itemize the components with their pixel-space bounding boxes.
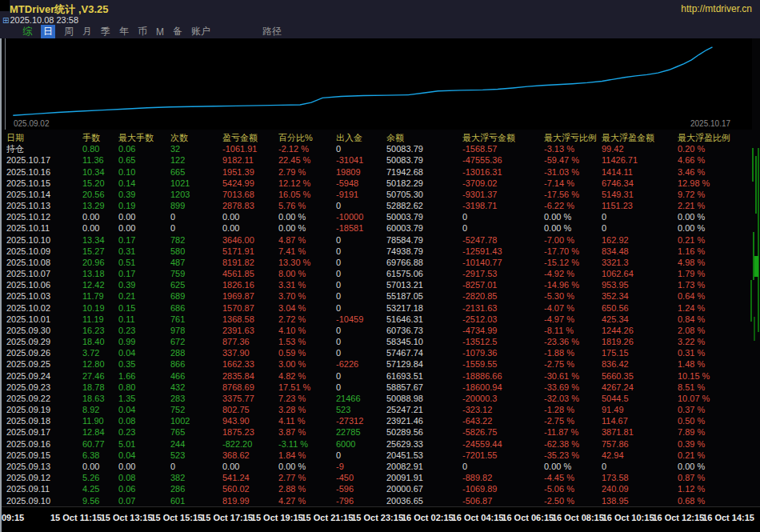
timestamp: ⊞2025.10.08 23:58 <box>2 15 78 25</box>
table-cell: 13.30 % <box>278 257 336 268</box>
table-cell: 650.56 <box>602 302 678 314</box>
table-cell: -4734.99 <box>462 325 544 336</box>
table-cell: 25247.21 <box>386 404 462 415</box>
menu-item-日[interactable]: 日 <box>41 25 55 38</box>
table-cell: 625 <box>170 279 222 290</box>
table-cell: 1826.16 <box>222 279 278 290</box>
column-header: 最大浮亏金额 <box>462 132 544 143</box>
time-axis-label: 16 Oct 04:15 <box>452 513 504 522</box>
table-cell: 57013.21 <box>386 279 462 290</box>
table-cell: 3.04 % <box>278 302 336 314</box>
table-cell: 3871.81 <box>602 426 678 438</box>
table-cell: -31.03 % <box>544 166 602 178</box>
table-cell: -62.38 % <box>544 438 602 450</box>
table-cell: 57129.84 <box>386 358 462 370</box>
app-url-link[interactable]: http://mtdriver.cn <box>681 3 752 14</box>
table-cell: 2025.10.12 <box>6 211 82 222</box>
window-edge <box>0 38 2 532</box>
table-cell: -17.56 % <box>544 189 602 200</box>
table-row: 2025.10.110.000.0000.000.00 %-1858160003… <box>0 222 760 234</box>
table-cell: 7.89 % <box>678 426 746 438</box>
table-row: 2025.09.109.560.07601819.994.27 %-796200… <box>0 495 760 506</box>
table-cell: -1061.91 <box>222 143 278 154</box>
table-cell: 3646.00 <box>222 234 278 246</box>
table-row: 2025.09.125.260.08382541.242.77 %-450200… <box>0 472 760 483</box>
column-header: 最大浮盈金额 <box>602 132 678 143</box>
table-cell: -5948 <box>336 178 386 189</box>
table-cell: 42.94 <box>602 450 678 461</box>
table-cell: -8257.01 <box>462 279 544 290</box>
table-cell: 0 <box>336 325 386 336</box>
table-cell: 4.25 <box>82 483 118 494</box>
chart-artifact <box>755 156 757 214</box>
table-row: 2025.09.3016.230.239782391.634.10 %06073… <box>0 325 760 336</box>
table-cell: 0.23 <box>118 426 170 438</box>
table-cell: 74938.79 <box>386 246 462 257</box>
table-cell: 22.45 % <box>278 154 336 166</box>
table-cell: 337.90 <box>222 347 278 358</box>
table-cell: 560.02 <box>222 483 278 494</box>
table-cell: 7013.68 <box>222 189 278 200</box>
table-cell: 8.00 % <box>278 268 336 279</box>
table-cell: 2025.10.08 <box>6 257 82 268</box>
table-cell: 686 <box>170 302 222 314</box>
table-cell: 2025.10.13 <box>6 200 82 211</box>
table-cell: 1.35 <box>118 393 170 404</box>
table-cell: 2025.09.15 <box>6 450 82 461</box>
table-cell: 20.56 <box>82 189 118 200</box>
table-cell: -12591.43 <box>462 246 544 257</box>
table-cell: 2025.10.01 <box>6 314 82 325</box>
menu-item-综[interactable]: 综 <box>22 25 32 38</box>
table-cell: 1.79 % <box>678 268 746 279</box>
menu-item-月[interactable]: 月 <box>82 25 92 38</box>
menu-item-备[interactable]: 备 <box>173 25 182 38</box>
table-cell: 286 <box>170 483 222 494</box>
table-cell: -596 <box>336 483 386 494</box>
table-cell: -18886.66 <box>462 370 544 382</box>
menu-item-M[interactable]: M <box>156 26 164 38</box>
table-cell: 4.66 % <box>678 154 746 166</box>
table-cell: 2025.10.10 <box>6 234 82 246</box>
table-cell: 5424.99 <box>222 178 278 189</box>
chart-artifact <box>750 280 752 322</box>
table-cell: -15.12 % <box>544 257 602 268</box>
mtdriver-stats-window: MTDriver统计 ,V3.25 http://mtdriver.cn ⊞20… <box>0 0 760 532</box>
menu-item-币[interactable]: 币 <box>138 25 147 38</box>
menu-item-路径[interactable]: 路径 <box>262 25 282 38</box>
table-cell: 5.01 <box>118 438 170 450</box>
table-row: 2025.09.2512.800.358661662.333.00 %-6226… <box>0 358 760 370</box>
table-cell: 0 <box>336 200 386 211</box>
menu-item-年[interactable]: 年 <box>119 25 129 38</box>
table-cell: 50088.98 <box>386 393 462 404</box>
time-axis-label: 15 Oct 19:15 <box>251 513 303 522</box>
table-cell: 0 <box>336 246 386 257</box>
table-row: 2025.09.2218.631.352833375.777.23 %21466… <box>0 393 760 404</box>
menu-item-周[interactable]: 周 <box>64 25 74 38</box>
menu-item-季[interactable]: 季 <box>101 25 110 38</box>
table-cell: 0 <box>336 234 386 246</box>
menu-item-账户[interactable]: 账户 <box>191 25 210 38</box>
table-row: 2025.10.0713.180.177594561.858.00 %06157… <box>0 268 760 279</box>
table-cell: 2025.10.16 <box>6 166 82 178</box>
table-cell: 61575.06 <box>386 268 462 279</box>
table-cell: 1969.87 <box>222 290 278 302</box>
table-cell: -17.70 % <box>544 246 602 257</box>
table-cell: 288 <box>170 347 222 358</box>
table-cell: 7.41 % <box>278 246 336 257</box>
table-cell: 672 <box>170 336 222 347</box>
table-cell: 665 <box>170 166 222 178</box>
table-cell: -822.20 <box>222 438 278 450</box>
table-cell: 6.38 <box>82 450 118 461</box>
table-cell: -8.11 % <box>544 325 602 336</box>
table-cell: 352.34 <box>602 290 678 302</box>
table-cell: 0.35 <box>118 358 170 370</box>
chart-artifact <box>754 256 758 277</box>
table-cell: 3.46 % <box>678 166 746 178</box>
time-axis-label: 16 Oct 02:15 <box>402 513 454 522</box>
table-cell: -18581 <box>336 222 386 234</box>
table-cell: 51646.31 <box>386 314 462 325</box>
table-cell: 240.09 <box>602 483 678 494</box>
table-cell: -1069.89 <box>462 483 544 494</box>
table-cell: 0.00 <box>82 461 118 472</box>
table-cell: 5044.5 <box>602 393 678 404</box>
